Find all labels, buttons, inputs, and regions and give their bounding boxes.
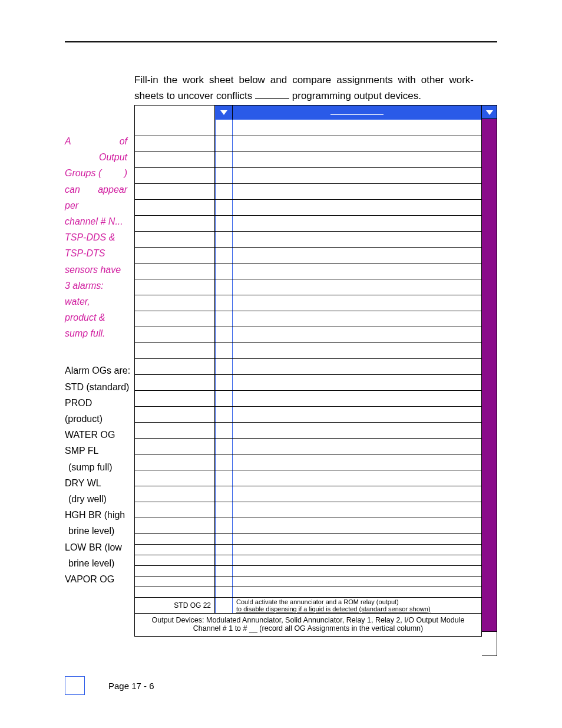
cell-og[interactable]	[215, 555, 233, 565]
cell-label[interactable]	[135, 502, 215, 518]
cell-label[interactable]	[135, 200, 215, 215]
cell-label[interactable]	[135, 518, 215, 533]
cell-device[interactable]	[233, 343, 482, 358]
cell-og[interactable]	[215, 200, 233, 215]
cell-device[interactable]	[233, 423, 482, 438]
cell-device[interactable]	[233, 407, 482, 422]
cell-og[interactable]	[215, 263, 233, 279]
cell-device[interactable]	[233, 518, 482, 533]
cell-og[interactable]	[215, 439, 233, 454]
cell-device[interactable]	[233, 327, 482, 342]
cell-og[interactable]	[215, 120, 233, 136]
cell-og[interactable]	[215, 566, 233, 576]
cell-label[interactable]	[135, 566, 215, 576]
cell-device[interactable]	[233, 486, 482, 502]
cell-og[interactable]	[215, 454, 233, 470]
cell-label[interactable]	[135, 577, 215, 587]
cell-og[interactable]	[215, 279, 233, 295]
cell-label[interactable]	[135, 295, 215, 311]
cell-label[interactable]	[135, 136, 215, 151]
cell-device[interactable]	[233, 502, 482, 518]
cell-device[interactable]	[233, 534, 482, 544]
cell-og[interactable]	[215, 232, 233, 247]
cell-label[interactable]	[135, 454, 215, 470]
cell-label[interactable]	[135, 375, 215, 390]
cell-label[interactable]	[135, 407, 215, 422]
cell-label[interactable]	[135, 391, 215, 406]
cell-device[interactable]	[233, 545, 482, 555]
cell-device[interactable]	[233, 470, 482, 486]
cell-label[interactable]	[135, 248, 215, 263]
cell-device[interactable]	[233, 311, 482, 327]
cell-og[interactable]	[215, 311, 233, 327]
cell-device[interactable]	[233, 232, 482, 247]
cell-label[interactable]	[135, 152, 215, 167]
cell-og[interactable]	[215, 486, 233, 502]
cell-device[interactable]	[233, 216, 482, 231]
cell-device[interactable]	[233, 375, 482, 390]
cell-og[interactable]	[215, 295, 233, 311]
cell-device[interactable]	[233, 359, 482, 374]
cell-og[interactable]	[215, 407, 233, 422]
cell-og[interactable]	[215, 152, 233, 167]
cell-device[interactable]	[233, 200, 482, 215]
cell-device[interactable]	[233, 263, 482, 279]
cell-label[interactable]	[135, 311, 215, 327]
cell-device[interactable]	[233, 248, 482, 263]
cell-og[interactable]	[215, 248, 233, 263]
sidebar-list: Alarm OGs are: STD (standard) PROD (prod…	[65, 363, 127, 587]
cell-label[interactable]	[135, 184, 215, 199]
cell-device[interactable]	[233, 454, 482, 470]
cell-og[interactable]	[215, 534, 233, 544]
cell-label[interactable]	[135, 263, 215, 279]
cell-og[interactable]	[215, 587, 233, 597]
cell-label[interactable]	[135, 587, 215, 597]
cell-device[interactable]	[233, 555, 482, 565]
table-row	[135, 342, 482, 358]
cell-og[interactable]	[215, 470, 233, 486]
cell-label[interactable]	[135, 327, 215, 342]
cell-og[interactable]	[215, 168, 233, 183]
cell-device[interactable]	[233, 184, 482, 199]
cell-device[interactable]	[233, 168, 482, 183]
cell-og[interactable]	[215, 423, 233, 438]
cell-og[interactable]	[215, 216, 233, 231]
cell-label[interactable]	[135, 359, 215, 374]
cell-og[interactable]	[215, 184, 233, 199]
cell-label[interactable]	[135, 168, 215, 183]
cell-device[interactable]	[233, 391, 482, 406]
cell-label[interactable]	[135, 486, 215, 502]
cell-label[interactable]	[135, 555, 215, 565]
cell-label[interactable]	[135, 232, 215, 247]
cell-device[interactable]	[233, 152, 482, 167]
cell-device[interactable]	[233, 279, 482, 295]
cell-og[interactable]	[215, 343, 233, 358]
cell-label[interactable]	[135, 439, 215, 454]
cell-og[interactable]	[215, 502, 233, 518]
cell-device[interactable]	[233, 136, 482, 151]
cell-og[interactable]	[215, 391, 233, 406]
cell-label[interactable]	[135, 343, 215, 358]
cell-device[interactable]	[233, 295, 482, 311]
cell-label[interactable]	[135, 279, 215, 295]
cell-device[interactable]	[233, 566, 482, 576]
cell-og[interactable]	[215, 518, 233, 533]
cell-device[interactable]	[233, 439, 482, 454]
cell-og[interactable]	[215, 375, 233, 390]
cell-label[interactable]	[135, 216, 215, 231]
cell-device[interactable]	[233, 577, 482, 587]
example-c2[interactable]	[215, 598, 233, 613]
cell-label[interactable]	[135, 470, 215, 486]
cell-og[interactable]	[215, 359, 233, 374]
cell-label[interactable]	[135, 545, 215, 555]
cell-label[interactable]	[135, 423, 215, 438]
cell-label[interactable]	[135, 120, 215, 136]
cell-og[interactable]	[215, 136, 233, 151]
cell-device[interactable]	[233, 587, 482, 597]
cell-og[interactable]	[215, 327, 233, 342]
example-label: STD OG 22	[135, 598, 215, 613]
cell-device[interactable]	[233, 120, 482, 136]
cell-og[interactable]	[215, 545, 233, 555]
cell-og[interactable]	[215, 577, 233, 587]
cell-label[interactable]	[135, 534, 215, 544]
